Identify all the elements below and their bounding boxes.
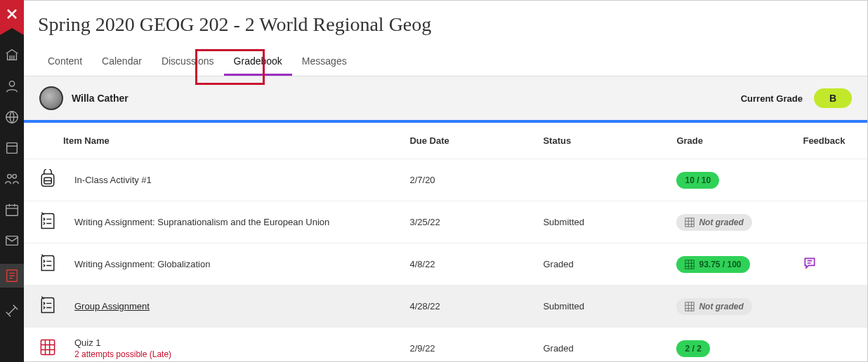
col-item-name: Item Name: [24, 123, 401, 159]
tab-content[interactable]: Content: [38, 48, 92, 76]
profile-icon[interactable]: [4, 79, 20, 94]
svg-point-3: [8, 175, 11, 179]
item-name: Writing Assignment: Supranationalism and…: [66, 201, 401, 243]
rubric-icon: [685, 302, 695, 311]
main-panel: Spring 2020 GEOG 202 - 2 World Regional …: [24, 0, 868, 362]
item-feedback: [794, 243, 867, 286]
item-name: Quiz 12 attempts possible (Late): [66, 328, 401, 362]
svg-point-4: [13, 175, 16, 179]
avatar: [39, 86, 63, 110]
svg-point-0: [9, 81, 14, 86]
item-link[interactable]: Group Assignment: [74, 301, 150, 311]
grade-table-wrap[interactable]: Item Name Due Date Status Grade Feedback…: [24, 123, 867, 361]
item-type-icon: [24, 243, 66, 286]
grade-pill: 93.75 / 100: [676, 256, 749, 273]
col-feedback: Feedback: [794, 123, 867, 159]
svg-rect-5: [6, 206, 18, 216]
svg-rect-8: [41, 174, 54, 187]
item-due: 3/25/22: [401, 201, 534, 243]
messages-icon[interactable]: [4, 233, 20, 248]
grade-pill: Not graded: [676, 298, 751, 315]
grade-pill: 10 / 10: [676, 172, 719, 189]
table-row[interactable]: Quiz 12 attempts possible (Late) 2/9/22 …: [24, 328, 867, 362]
item-type-icon: [24, 201, 66, 243]
item-due: 4/28/22: [401, 286, 534, 328]
close-icon: [6, 8, 18, 20]
item-feedback: [794, 328, 867, 362]
sidebar-nav: [0, 48, 24, 362]
svg-rect-12: [685, 302, 694, 310]
current-grade-label: Current Grade: [741, 93, 803, 104]
grade-pill: 2 / 2: [676, 340, 709, 357]
globe-icon[interactable]: [4, 109, 20, 125]
table-row[interactable]: Group Assignment 4/28/22 Submitted Not g…: [24, 286, 867, 328]
svg-rect-2: [7, 143, 18, 154]
item-type-icon: [24, 286, 66, 328]
current-grade-value: B: [814, 88, 852, 108]
item-grade: Not graded: [668, 286, 794, 328]
item-due: 2/9/22: [401, 328, 534, 362]
item-status: [534, 159, 668, 201]
grades-icon[interactable]: [0, 264, 24, 288]
tab-calendar[interactable]: Calendar: [92, 48, 152, 76]
svg-rect-10: [685, 217, 694, 226]
grade-pill: Not graded: [676, 214, 751, 231]
item-grade: 2 / 2: [668, 328, 794, 362]
tab-gradebook[interactable]: Gradebook: [224, 48, 292, 76]
item-status: Submitted: [534, 201, 668, 243]
item-status: Graded: [534, 243, 668, 286]
item-grade: Not graded: [668, 201, 794, 243]
item-feedback: [794, 201, 867, 243]
item-grade: 93.75 / 100: [668, 243, 794, 286]
table-row[interactable]: Writing Assignment: Supranationalism and…: [24, 201, 867, 243]
rubric-icon: [685, 260, 695, 269]
institution-icon[interactable]: [4, 48, 20, 63]
col-due-date: Due Date: [401, 123, 534, 159]
community-icon[interactable]: [4, 171, 20, 187]
feedback-icon[interactable]: [803, 262, 817, 272]
close-button[interactable]: [0, 0, 24, 28]
item-feedback: [794, 286, 867, 328]
item-feedback: [794, 159, 867, 201]
col-grade: Grade: [668, 123, 794, 159]
svg-rect-11: [685, 260, 694, 268]
student-name: Willa Cather: [72, 93, 129, 104]
stream-icon[interactable]: [4, 140, 20, 156]
rubric-icon: [685, 217, 695, 227]
table-row[interactable]: In-Class Activity #1 2/7/20 10 / 10: [24, 159, 867, 201]
item-due: 2/7/20: [401, 159, 534, 201]
col-status: Status: [534, 123, 668, 159]
table-row[interactable]: Writing Assignment: Globalization 4/8/22…: [24, 243, 867, 286]
svg-rect-13: [41, 340, 54, 355]
item-name: Writing Assignment: Globalization: [66, 243, 401, 286]
student-summary-bar: Willa Cather Current Grade B: [24, 76, 867, 123]
calendar-icon[interactable]: [4, 202, 20, 217]
svg-rect-6: [6, 236, 18, 246]
item-name: In-Class Activity #1: [66, 159, 401, 201]
page-title: Spring 2020 GEOG 202 - 2 World Regional …: [24, 1, 867, 48]
item-grade: 10 / 10: [668, 159, 794, 201]
item-status: Submitted: [534, 286, 668, 328]
item-subtext: 2 attempts possible (Late): [74, 349, 393, 359]
grade-table: Item Name Due Date Status Grade Feedback…: [24, 123, 867, 361]
tools-icon[interactable]: [4, 303, 20, 319]
item-name: Group Assignment: [66, 286, 401, 328]
item-type-icon: [24, 328, 66, 362]
tab-messages[interactable]: Messages: [292, 48, 357, 76]
course-tabs: Content Calendar Discussions Gradebook M…: [24, 48, 867, 76]
item-due: 4/8/22: [401, 243, 534, 286]
left-sidebar: [0, 0, 24, 362]
item-status: Graded: [534, 328, 668, 362]
tab-discussions[interactable]: Discussions: [152, 48, 224, 76]
item-type-icon: [24, 159, 66, 201]
